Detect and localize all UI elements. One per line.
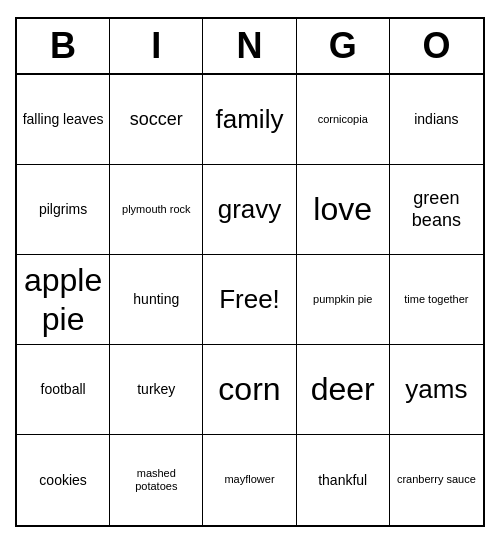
bingo-cell: mayflower [203,435,296,525]
bingo-cell: falling leaves [17,75,110,165]
bingo-cell: cookies [17,435,110,525]
bingo-cell: plymouth rock [110,165,203,255]
bingo-cell: family [203,75,296,165]
bingo-cell: deer [297,345,390,435]
bingo-cell: soccer [110,75,203,165]
bingo-cell: pumpkin pie [297,255,390,345]
header-letter: G [297,19,390,73]
bingo-cell: green beans [390,165,483,255]
bingo-cell: indians [390,75,483,165]
bingo-cell: turkey [110,345,203,435]
bingo-cell: love [297,165,390,255]
bingo-grid: falling leavessoccerfamilycornicopiaindi… [17,75,483,525]
header-letter: B [17,19,110,73]
bingo-cell: Free! [203,255,296,345]
header-letter: N [203,19,296,73]
bingo-cell: football [17,345,110,435]
bingo-cell: cornicopia [297,75,390,165]
bingo-cell: time together [390,255,483,345]
bingo-cell: hunting [110,255,203,345]
bingo-cell: mashed potatoes [110,435,203,525]
bingo-cell: apple pie [17,255,110,345]
bingo-cell: gravy [203,165,296,255]
bingo-header: BINGO [17,19,483,75]
bingo-cell: thankful [297,435,390,525]
bingo-cell: pilgrims [17,165,110,255]
header-letter: O [390,19,483,73]
header-letter: I [110,19,203,73]
bingo-cell: corn [203,345,296,435]
bingo-cell: yams [390,345,483,435]
bingo-card: BINGO falling leavessoccerfamilycornicop… [15,17,485,527]
bingo-cell: cranberry sauce [390,435,483,525]
